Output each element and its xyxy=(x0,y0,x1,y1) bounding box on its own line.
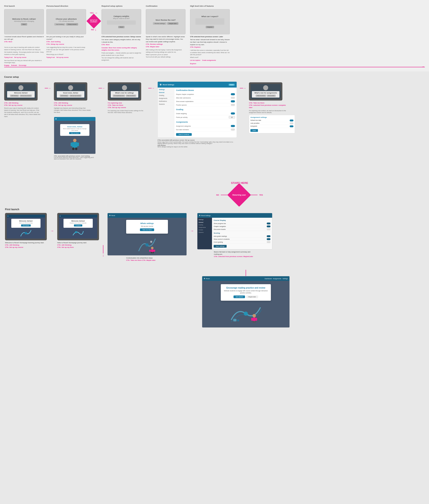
still-thinking-btn-2[interactable]: still thinking xyxy=(60,95,69,97)
take-there-btn[interactable]: Take me there xyxy=(126,95,136,97)
rs-toggle-1[interactable] xyxy=(267,223,270,225)
rs-save-btn[interactable]: Save settings xyxy=(214,245,227,248)
blm-modal-btn[interactable]: Take me there xyxy=(140,228,154,231)
encourage-link[interactable]: Encourage xyxy=(19,64,26,67)
setup-course-btn[interactable]: Setup course xyxy=(66,23,78,26)
bottom-screens-row: Welcome Adrian! Start your Revel journey… xyxy=(5,213,424,261)
exploring-btn[interactable]: I'm exploring now xyxy=(113,95,125,97)
svg-rect-13 xyxy=(153,250,155,252)
mid-arrow-2-icon: → xyxy=(102,87,105,90)
take-there-btn-4[interactable]: Take me there xyxy=(256,95,266,97)
fsp-row-6: Points per activity 10 xyxy=(176,115,235,119)
rs-toggle-6[interactable] xyxy=(267,241,270,243)
review-settings-btn[interactable]: Review settings xyxy=(153,22,166,25)
first-launch-next-btn[interactable]: Next xyxy=(21,23,27,26)
setup-later-btn[interactable]: Set up later xyxy=(267,95,276,97)
rs-toggle-5[interactable] xyxy=(267,238,270,240)
fsp-toggle-7[interactable] xyxy=(231,125,235,127)
engage-link[interactable]: Engage xyxy=(4,64,9,67)
svg-point-8 xyxy=(145,243,149,247)
bot-large-mockup: Revel Whats settings Set up your course … xyxy=(107,213,187,256)
no-branch-label: NO xyxy=(216,194,219,196)
rs-assignments-item[interactable]: Assignments xyxy=(199,226,211,229)
persona-buttons: Just looking Setup course xyxy=(54,23,78,26)
setup-course-btn-2[interactable]: Set up my course xyxy=(69,95,82,97)
required-next-btn[interactable]: Next xyxy=(118,26,125,28)
required-setup-title: Category weights xyxy=(113,15,129,17)
maybe-later-btn[interactable]: Maybe later xyxy=(167,22,178,25)
svg-rect-12 xyxy=(149,250,151,252)
still-thinking-btn-1[interactable]: still thinking xyxy=(10,95,19,97)
bottom-flow-arrow xyxy=(4,67,425,67)
fsp-row-1: Require chapter completion xyxy=(176,93,235,96)
fsp-notifications-item[interactable]: Notifications xyxy=(159,100,173,103)
fsp-main: Confirmation Boxes Require chapter compl… xyxy=(174,88,237,137)
mid-2-title: Good news, Adrian xyxy=(58,92,83,94)
setup-my-course-link[interactable]: Set up my course xyxy=(14,56,26,59)
take-me-there-btn[interactable]: Take me there xyxy=(69,132,80,134)
weights-placeholder xyxy=(107,20,136,25)
rs-section-2: Scoring xyxy=(214,232,270,234)
fsp-grading-item[interactable]: Grading xyxy=(159,94,173,97)
fsp-sidebar: Settings General Grading Assignments Not… xyxy=(158,88,174,137)
create-assignments-link[interactable]: Create assignments xyxy=(202,59,216,62)
fsp-toggle-2[interactable] xyxy=(231,97,235,99)
fsp-toggle-8[interactable] xyxy=(231,128,235,131)
rs-toggle-2[interactable] xyxy=(267,225,270,227)
just-looking-btn[interactable]: Just looking xyxy=(54,23,65,26)
assign-toggle-1[interactable] xyxy=(290,119,294,121)
bot-final-cta-btn[interactable]: Get started xyxy=(233,296,245,298)
assign-save-btn[interactable]: Save xyxy=(250,129,258,132)
confirmation-title: Nice! Review the rest? xyxy=(156,19,176,21)
bot-wc-btn-2[interactable]: Continue xyxy=(74,225,82,226)
bot-wc-btn-1[interactable]: Get started xyxy=(21,225,31,226)
rs-nav-title: Revel Settings xyxy=(201,215,211,216)
rs-row-3: Discussion boards xyxy=(214,228,270,231)
fsp-points-input[interactable]: 10 xyxy=(229,116,235,118)
bot-welcome-1: Welcome Adrian! Start your Revel journey… xyxy=(11,219,41,228)
mid-arrow-1-icon: → xyxy=(48,87,51,90)
trying-it-out-link2[interactable]: Trying it out xyxy=(46,56,55,59)
confirmation-label: Confirmation xyxy=(146,5,158,7)
required-setup-annotation: CTA selected from previous screen: Setup… xyxy=(101,36,141,61)
bot-final-skip-btn[interactable]: Maybe later xyxy=(246,296,258,298)
fsp-assignments-item[interactable]: Assignments xyxy=(159,97,173,100)
rs-students-item[interactable]: Students xyxy=(199,231,211,234)
fsp-students-item[interactable]: Students xyxy=(159,103,173,106)
mid-4-title: What's new for assignments xyxy=(254,92,278,94)
assign-toggle-3[interactable] xyxy=(290,125,294,127)
setup-course-link2[interactable]: Set up my course xyxy=(56,56,69,59)
svg-rect-22 xyxy=(254,321,256,323)
fsp-general-item[interactable]: General xyxy=(159,91,173,94)
mid-avatar-1 xyxy=(18,85,23,90)
trying-it-out-link[interactable]: Trying it out xyxy=(4,56,13,59)
first-launch-section-label: First launch xyxy=(5,208,424,211)
explore-btn[interactable]: Explore xyxy=(206,26,214,28)
fsp-label-8: Due date reminders xyxy=(176,129,189,130)
high-level-col: High level intro of features What can I … xyxy=(190,5,232,65)
fsp-toggle-1[interactable] xyxy=(231,93,235,95)
start-here-block: START HERE NO Returning user YES xyxy=(55,181,424,205)
mid-illus-title: Good news, Adrian xyxy=(62,126,88,128)
rs-toggle-3[interactable] xyxy=(267,228,270,230)
high-level-label: High level intro of features xyxy=(190,5,214,7)
mid-screen-3-col: What's new for settings I'm exploring no… xyxy=(108,82,145,114)
rs-content-item[interactable]: Content xyxy=(199,229,211,231)
rs-toggle-4[interactable] xyxy=(267,235,270,237)
rs-grading-item[interactable]: Grading xyxy=(199,224,211,226)
mid-illus-modal: Good news, Adrian We've added features t… xyxy=(60,124,89,136)
setup-course-btn-1[interactable]: Set up my course xyxy=(20,95,32,97)
fsp-toggle-3[interactable] xyxy=(231,100,235,102)
fsp-toggle-5[interactable] xyxy=(231,112,235,115)
evaluate-link[interactable]: Evaluate xyxy=(11,64,17,67)
fsp-save-btn[interactable]: Save & continue xyxy=(176,133,192,136)
blm-header: Revel xyxy=(107,213,187,218)
assign-toggle-2[interactable] xyxy=(290,122,294,124)
svg-rect-14 xyxy=(151,252,152,253)
fsp-save-top-btn[interactable]: Save xyxy=(229,84,234,86)
bot-col-1: Welcome Adrian! Start your Revel journey… xyxy=(5,213,47,249)
rs-general-item[interactable]: General xyxy=(199,221,211,224)
fsp-toggle-4[interactable] xyxy=(231,104,235,106)
bot-annotation-1: Welcome to Revel! Homepage learning jour… xyxy=(5,242,47,249)
let-me-explore-link[interactable]: Let me explore xyxy=(190,59,200,62)
